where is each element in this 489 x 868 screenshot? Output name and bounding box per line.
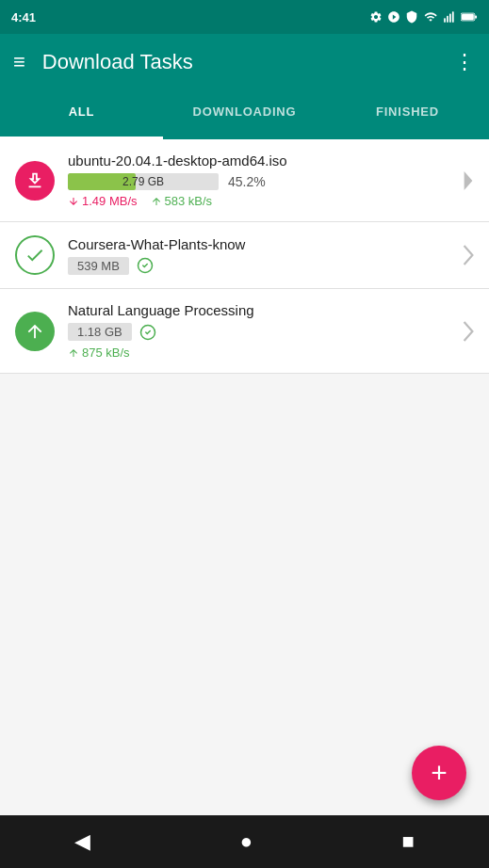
status-icons <box>369 10 478 24</box>
table-row[interactable]: Coursera-What-Plants-know 539 MB <box>0 222 489 289</box>
arrow-up-icon <box>24 321 45 342</box>
svg-rect-2 <box>449 14 451 23</box>
svg-rect-0 <box>444 18 446 23</box>
back-button[interactable]: ◀ <box>74 829 90 854</box>
tab-finished[interactable]: FINISHED <box>326 90 489 139</box>
plus-icon: + <box>431 759 448 787</box>
upload-speed: 875 kB/s <box>68 346 130 360</box>
table-row[interactable]: Natural Language Processing 1.18 GB 875 … <box>0 289 489 374</box>
upload-speed: 583 kB/s <box>151 194 213 208</box>
more-options-icon[interactable]: ⋮ <box>454 50 476 74</box>
progress-size: 2.79 GB <box>68 173 219 190</box>
status-bar: 4:41 <box>0 0 489 34</box>
svg-rect-5 <box>462 14 474 20</box>
size-badge: 539 MB <box>68 257 129 275</box>
chevron-right-icon <box>463 321 474 342</box>
progress-bar: 2.79 GB <box>68 173 219 190</box>
size-row: 539 MB <box>68 257 455 275</box>
item-info: ubuntu-20.04.1-desktop-amd64.iso 2.79 GB… <box>68 153 455 208</box>
security-icon <box>405 10 418 24</box>
tab-all[interactable]: ALL <box>0 90 163 139</box>
download-icon-circle <box>15 161 55 201</box>
tab-bar: ALL DOWNLOADING FINISHED <box>0 90 489 139</box>
item-name: Coursera-What-Plants-know <box>68 236 455 252</box>
progress-row: 2.79 GB 45.2% <box>68 173 455 190</box>
item-name: ubuntu-20.04.1-desktop-amd64.iso <box>68 153 455 169</box>
checkmark-icon <box>137 257 154 274</box>
size-badge: 1.18 GB <box>68 323 132 341</box>
home-button[interactable]: ● <box>240 829 253 854</box>
up-arrow-icon <box>151 196 162 207</box>
completed-icon-circle <box>15 235 55 275</box>
chevron-right-icon <box>463 245 474 265</box>
item-info: Coursera-What-Plants-know 539 MB <box>68 236 455 275</box>
battery-icon <box>461 11 478 23</box>
seeding-icon-circle <box>15 312 55 351</box>
toolbar: ≡ Download Tasks ⋮ <box>0 34 489 90</box>
item-name: Natural Language Processing <box>68 302 455 318</box>
table-row[interactable]: ubuntu-20.04.1-desktop-amd64.iso 2.79 GB… <box>0 139 489 222</box>
chevron-right-icon <box>463 170 474 191</box>
page-title: Download Tasks <box>42 50 437 74</box>
svg-rect-6 <box>475 15 477 18</box>
add-button[interactable]: + <box>412 746 466 800</box>
settings-icon <box>369 10 383 24</box>
nav-bar: ◀ ● ■ <box>0 815 489 868</box>
speeds-row: 1.49 MB/s 583 kB/s <box>68 194 455 208</box>
check-icon <box>24 245 45 265</box>
down-arrow-icon <box>68 196 79 207</box>
signal-icon <box>443 10 456 24</box>
up-arrow-icon <box>68 347 79 359</box>
download-list: ubuntu-20.04.1-desktop-amd64.iso 2.79 GB… <box>0 139 489 374</box>
media-icon <box>387 10 400 24</box>
menu-icon[interactable]: ≡ <box>13 50 25 74</box>
download-speed: 1.49 MB/s <box>68 194 138 208</box>
svg-rect-3 <box>452 11 454 23</box>
speeds-row: 875 kB/s <box>68 346 455 360</box>
svg-rect-1 <box>447 16 448 23</box>
size-row: 1.18 GB <box>68 323 455 341</box>
checkmark-icon <box>139 324 156 341</box>
arrow-down-icon <box>24 170 45 191</box>
status-time: 4:41 <box>11 10 36 24</box>
progress-percent: 45.2% <box>228 174 266 189</box>
recents-button[interactable]: ■ <box>401 829 414 854</box>
item-info: Natural Language Processing 1.18 GB 875 … <box>68 302 455 360</box>
tab-downloading[interactable]: DOWNLOADING <box>163 90 326 139</box>
wifi-icon <box>423 10 438 24</box>
